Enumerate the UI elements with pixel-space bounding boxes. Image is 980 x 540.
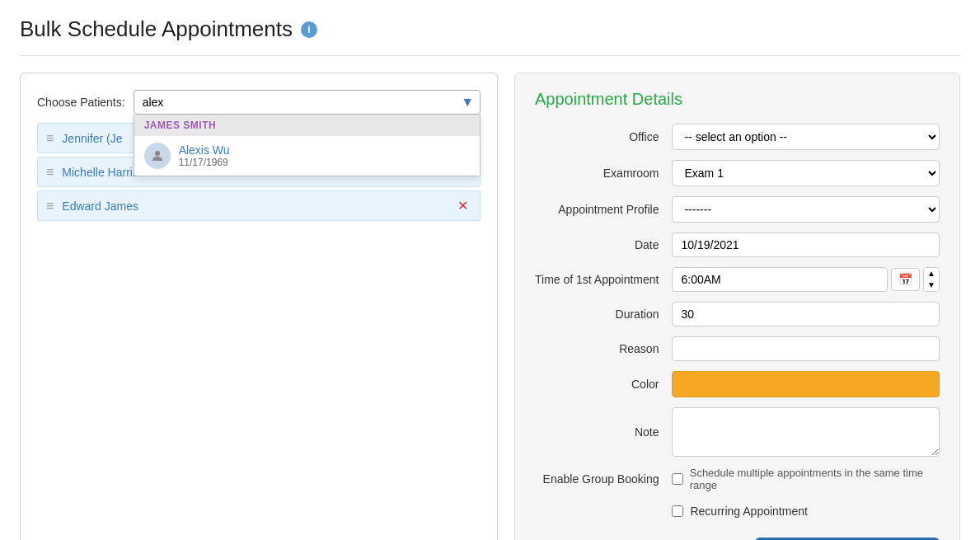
drag-handle-icon: ≡ — [46, 165, 54, 180]
patient-row: ≡ Edward James ✕ — [37, 190, 481, 221]
drag-handle-icon: ≡ — [46, 199, 54, 214]
suggestion-dropdown: JAMES SMITH Alexis Wu 11/17/1969 — [134, 115, 481, 176]
office-select[interactable]: -- select an option -- — [672, 124, 940, 150]
recurring-checkbox[interactable] — [672, 505, 683, 517]
time-row: 📅 ▲ ▼ — [672, 267, 940, 292]
time-input[interactable] — [672, 267, 888, 292]
group-booking-checkbox[interactable] — [672, 473, 682, 485]
color-label: Color — [535, 378, 659, 391]
note-textarea[interactable] — [672, 407, 940, 457]
choose-patients-label: Choose Patients: — [37, 96, 125, 109]
patient-name-3: Edward James — [62, 200, 454, 213]
note-label: Note — [535, 425, 659, 439]
suggestion-name: Alexis Wu — [179, 143, 230, 157]
duration-label: Duration — [535, 308, 659, 321]
info-icon[interactable]: i — [301, 21, 317, 38]
examroom-select[interactable]: Exam 1 Exam 2 Exam 3 — [672, 160, 940, 186]
appt-profile-label: Appointment Profile — [535, 203, 659, 216]
time-calendar-button[interactable]: 📅 — [891, 268, 920, 291]
reason-input[interactable] — [672, 336, 940, 361]
left-panel: Choose Patients: ▼ JAMES SMITH — [20, 73, 498, 540]
office-label: Office — [535, 130, 659, 143]
time-label: Time of 1st Appointment — [535, 273, 659, 286]
recurring-label: Recurring Appointment — [690, 505, 807, 518]
suggestion-dob: 11/17/1969 — [179, 157, 230, 168]
form-grid: Office -- select an option -- Examroom E… — [535, 124, 940, 518]
date-label: Date — [535, 238, 659, 251]
date-input[interactable] — [672, 232, 940, 257]
search-input[interactable] — [134, 90, 481, 115]
appt-profile-select[interactable]: ------- — [672, 196, 940, 223]
group-booking-desc: Schedule multiple appointments in the sa… — [690, 467, 940, 491]
drag-handle-icon: ≡ — [46, 131, 54, 146]
reason-label: Reason — [535, 342, 659, 355]
suggestion-header: JAMES SMITH — [134, 115, 480, 136]
time-stepper: ▲ ▼ — [923, 267, 940, 292]
search-input-wrapper: ▼ JAMES SMITH Alexis — [134, 90, 481, 115]
page-title: Bulk Schedule Appointments — [20, 16, 293, 42]
examroom-label: Examroom — [535, 167, 659, 180]
group-booking-row: Schedule multiple appointments in the sa… — [672, 467, 940, 491]
duration-input[interactable] — [672, 302, 940, 326]
group-booking-label: Enable Group Booking — [535, 472, 659, 486]
page-header: Bulk Schedule Appointments i — [20, 16, 960, 56]
choose-patients-row: Choose Patients: ▼ JAMES SMITH — [37, 90, 481, 115]
avatar-icon — [144, 143, 171, 169]
time-decrement-button[interactable]: ▼ — [924, 279, 939, 291]
right-panel: Appointment Details Office -- select an … — [514, 73, 960, 540]
suggestion-item-info: Alexis Wu 11/17/1969 — [179, 143, 230, 168]
appointment-details-title: Appointment Details — [535, 90, 940, 109]
time-increment-button[interactable]: ▲ — [924, 268, 939, 279]
main-content: Choose Patients: ▼ JAMES SMITH — [20, 73, 960, 540]
remove-patient-3-button[interactable]: ✕ — [454, 198, 471, 214]
svg-point-0 — [155, 151, 160, 156]
suggestion-item[interactable]: Alexis Wu 11/17/1969 — [134, 136, 480, 176]
recurring-row: Recurring Appointment — [672, 505, 940, 518]
color-swatch[interactable] — [672, 371, 940, 397]
